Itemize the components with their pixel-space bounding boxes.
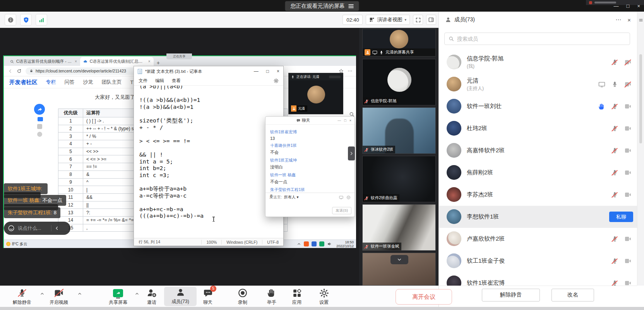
gear-icon xyxy=(319,288,329,298)
browser-tab-article[interactable]: C语言运算符优先级别|汇总表_运算… × xyxy=(80,57,154,66)
emoji-icon[interactable] xyxy=(346,195,351,200)
nav-item-team[interactable]: 团队主页 xyxy=(102,79,122,86)
panel-close-icon[interactable]: × xyxy=(627,17,631,23)
sidebar-toggle-button[interactable] xyxy=(426,15,436,25)
video-tile[interactable]: 张冰软件2班 xyxy=(362,107,436,154)
tray-chevron-icon[interactable] xyxy=(297,242,301,246)
watching-banner[interactable]: 您正在观看元清的屏幕 xyxy=(285,1,359,11)
taskbar-clock[interactable]: 18:50 2022/10/12 xyxy=(336,240,354,248)
notepad-settings-gear-icon[interactable] xyxy=(274,78,279,83)
comment-widget-icon[interactable] xyxy=(37,132,42,137)
member-search-input[interactable] xyxy=(457,36,626,42)
leave-meeting-button[interactable]: 离开会议 xyxy=(396,289,452,305)
invite-button[interactable]: 邀请 xyxy=(135,288,168,306)
menu-view[interactable]: 查看 xyxy=(172,78,181,84)
panel-scroll-gutter xyxy=(637,12,644,286)
start-video-button[interactable]: 开启视频 xyxy=(43,288,75,306)
notepad-maximize-icon[interactable]: □ xyxy=(266,69,269,74)
member-row[interactable]: 卢嘉欣软件2班 xyxy=(439,228,637,250)
video-tile[interactable]: 软件一班张金斌 xyxy=(362,204,436,251)
speaking-popup-window[interactable]: 正在讲话: 元清 元清 xyxy=(288,73,343,114)
nav-item-qa[interactable]: 问答 xyxy=(65,79,75,86)
taskbar-app-icon[interactable] xyxy=(312,241,317,246)
chat-message-list: 软件1班崔宏博 13 十嘉璐伙伴1班 不会 软件1班王城坤 没明白 软件一班 杨… xyxy=(265,125,355,201)
tab-close-icon[interactable]: × xyxy=(75,59,77,64)
member-row[interactable]: 李苏杰2班 xyxy=(439,184,637,206)
thumbnail-scroll-down-button[interactable] xyxy=(391,255,408,264)
rename-button[interactable]: 改名 xyxy=(552,289,594,301)
member-row[interactable]: 杜玮2班 xyxy=(439,117,637,140)
video-tile-screen-share[interactable]: 元清的屏幕共享 xyxy=(362,29,436,57)
scrollbar-thumb[interactable] xyxy=(639,54,642,143)
member-row[interactable]: 焦薛刚2班 xyxy=(439,162,637,184)
like-widget-icon[interactable] xyxy=(37,124,42,129)
private-chat-button[interactable]: 私聊 xyxy=(609,212,633,222)
speaker-icon[interactable] xyxy=(327,241,332,246)
member-row[interactable]: 软工1班金子俊 xyxy=(439,250,637,272)
settings-button[interactable]: 设置 xyxy=(308,288,340,306)
overlay-chat-input[interactable] xyxy=(18,226,48,231)
hamburger-icon[interactable] xyxy=(639,18,643,22)
security-shield-button[interactable] xyxy=(20,14,32,26)
tile-label: 张冰软件2班 xyxy=(363,146,395,153)
view-mode-dropdown[interactable]: 演讲者视图 ▾ xyxy=(366,15,410,25)
fullscreen-button[interactable] xyxy=(413,15,423,25)
menu-edit[interactable]: 编辑 xyxy=(155,78,164,84)
panel-more-icon[interactable]: ⋯ xyxy=(615,16,621,23)
mic-on-icon xyxy=(611,81,618,88)
member-row[interactable]: 高嘉怿软件2班 xyxy=(439,140,637,162)
browser-tab-search[interactable]: C语言运算符优先级别顺序 - 搜索 × xyxy=(7,57,80,66)
emoji-icon[interactable] xyxy=(8,225,15,232)
nav-item-salon[interactable]: 沙龙 xyxy=(83,79,93,86)
video-options-chevron[interactable] xyxy=(77,291,82,296)
mic-icon xyxy=(291,75,295,79)
refresh-icon[interactable] xyxy=(17,69,22,74)
maximize-icon[interactable]: □ xyxy=(627,3,630,9)
chat-minimize-icon[interactable]: — xyxy=(337,119,341,122)
back-icon[interactable] xyxy=(8,69,13,74)
member-row[interactable]: 信息学院-郭旭 (我) xyxy=(439,51,637,73)
notepad-titlebar[interactable]: *新建 文本文档 (3).txt - 记事本 — □ × xyxy=(134,66,283,76)
minimize-icon[interactable]: — xyxy=(614,3,619,9)
close-icon[interactable]: × xyxy=(637,3,640,9)
unmute-all-button[interactable]: 解除静音 xyxy=(482,289,540,301)
logo-glyph-icon xyxy=(589,1,592,4)
send-to-dropdown[interactable]: 所有人 ▾ xyxy=(284,195,299,200)
chat-maximize-icon[interactable]: □ xyxy=(344,119,346,122)
member-row-selected[interactable]: 李想软件1班 私聊 xyxy=(439,206,637,228)
sharing-indicator-pill[interactable]: 正在共享 xyxy=(166,53,192,59)
video-tile[interactable] xyxy=(362,253,436,286)
member-row[interactable]: 软件一班刘壮 xyxy=(439,95,637,117)
meeting-info-button[interactable] xyxy=(5,14,16,26)
record-button[interactable]: 录制 xyxy=(226,288,259,306)
banner-menu-icon[interactable] xyxy=(349,4,354,8)
member-search-box[interactable] xyxy=(444,33,630,45)
notepad-close-icon[interactable]: × xyxy=(277,69,279,74)
taskbar-app-icon[interactable] xyxy=(319,241,324,246)
thumbnail-collapse-handle[interactable] xyxy=(348,146,355,160)
browser-menu-icon[interactable]: ⋯ xyxy=(348,68,352,74)
video-tile[interactable]: 信息学院-郭旭 xyxy=(362,59,436,105)
nav-item-columns[interactable]: 专栏 xyxy=(46,79,56,86)
send-button[interactable]: 发送(S) xyxy=(332,207,351,214)
site-brand[interactable]: 开发者社区 xyxy=(9,79,38,86)
chat-window-pop-icon[interactable] xyxy=(339,195,343,200)
mute-button[interactable]: 解除静音 xyxy=(6,288,38,306)
taskbar-app-icon[interactable] xyxy=(304,241,309,246)
member-row[interactable]: 元清 (主持人) xyxy=(439,73,637,95)
tab-close-icon[interactable]: × xyxy=(148,59,151,64)
chat-button[interactable]: 5 聊天 xyxy=(192,288,224,306)
network-signal-button[interactable] xyxy=(36,14,47,26)
weather-widget[interactable]: 8°C 多云 xyxy=(6,241,27,247)
screen-share-icon xyxy=(113,289,123,297)
page-share-fab[interactable] xyxy=(34,104,45,115)
video-tile[interactable]: 软件2班曲欣蕊 xyxy=(362,156,436,202)
chat-close-icon[interactable]: × xyxy=(349,119,351,122)
menu-file[interactable]: 文件 xyxy=(139,78,147,84)
chat-titlebar[interactable]: 聊天 — □ × xyxy=(265,117,355,125)
new-tab-button[interactable]: + xyxy=(157,60,160,66)
share-screen-button[interactable]: 共享屏幕 xyxy=(102,288,134,306)
notepad-text-area[interactable]: (a >b)||(a<b) !((a >b)&&(a<b))=1 !(a >b)… xyxy=(134,86,283,238)
collapse-chat-icon[interactable] xyxy=(55,226,59,231)
notepad-minimize-icon[interactable]: — xyxy=(254,69,259,74)
